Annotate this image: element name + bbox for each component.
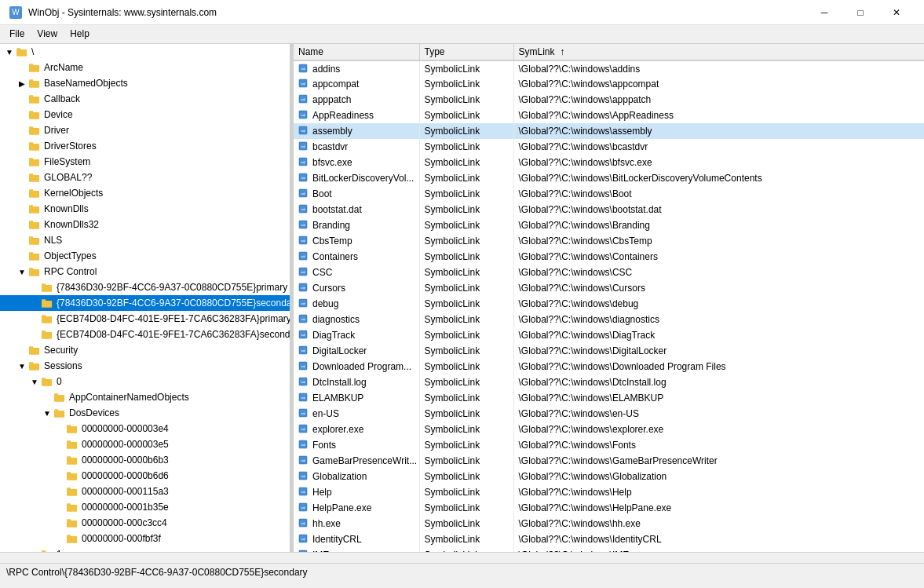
table-row[interactable]: ⇒ CbsTempSymbolicLink\Global??\C:\window…	[294, 233, 924, 249]
tree-node-sessions[interactable]: ▼ Sessions	[0, 358, 290, 374]
title-bar-controls: ─ □ ✕	[806, 0, 915, 25]
table-row[interactable]: ⇒ apppatchSymbolicLink\Global??\C:\windo…	[294, 92, 924, 108]
svg-rect-48	[67, 426, 77, 433]
table-row[interactable]: ⇒ HelpPane.exeSymbolicLink\Global??\C:\w…	[294, 500, 924, 516]
list-panel[interactable]: Name Type SymLink ↑ ⇒ addinsSymbolicLink…	[294, 44, 924, 552]
menu-file[interactable]: File	[3, 27, 31, 42]
table-row[interactable]: ⇒ explorer.exeSymbolicLink\Global??\C:\w…	[294, 422, 924, 437]
table-row[interactable]: ⇒ debugSymbolicLink\Global??\C:\windows\…	[294, 296, 924, 312]
tree-node-arcname[interactable]: ArcName	[0, 60, 290, 75]
cell-name: Branding	[312, 220, 350, 231]
item-icon: ⇒	[298, 377, 309, 388]
svg-rect-18	[29, 191, 39, 198]
table-row[interactable]: ⇒ CursorsSymbolicLink\Global??\C:\window…	[294, 280, 924, 296]
tree-node-appcontainer[interactable]: AppContainerNamedObjects	[0, 389, 290, 405]
maximize-button[interactable]: □	[842, 0, 878, 25]
menu-view[interactable]: View	[31, 27, 64, 42]
tree-node-sess0[interactable]: ▼ 0	[0, 374, 290, 389]
tree-node-dd8[interactable]: 00000000-000fbf3f	[0, 531, 290, 546]
table-row[interactable]: ⇒ DigitalLockerSymbolicLink\Global??\C:\…	[294, 343, 924, 359]
tree-node-driver[interactable]: Driver	[0, 122, 290, 138]
cell-type: SymbolicLink	[419, 516, 513, 531]
col-header-name[interactable]: Name	[294, 44, 419, 60]
table-row[interactable]: ⇒ GlobalizationSymbolicLink\Global??\C:\…	[294, 469, 924, 484]
table-row[interactable]: ⇒ HelpSymbolicLink\Global??\C:\windows\H…	[294, 484, 924, 500]
table-row[interactable]: ⇒ Downloaded Program...SymbolicLink\Glob…	[294, 359, 924, 374]
cell-name: explorer.exe	[312, 424, 363, 435]
tree-node-callback[interactable]: Callback	[0, 91, 290, 107]
tree-node-device[interactable]: Device	[0, 107, 290, 122]
close-button[interactable]: ✕	[878, 0, 915, 25]
svg-text:⇒: ⇒	[301, 332, 305, 338]
cell-symlink: \Global??\C:\windows\Containers	[513, 249, 924, 265]
table-row[interactable]: ⇒ CSCSymbolicLink\Global??\C:\windows\CS…	[294, 265, 924, 280]
table-row[interactable]: ⇒ GameBarPresenceWrit...SymbolicLink\Glo…	[294, 453, 924, 469]
table-row[interactable]: ⇒ IMESymbolicLink\Global??\C:\windows\IM…	[294, 547, 924, 552]
table-row[interactable]: ⇒ bootstat.datSymbolicLink\Global??\C:\w…	[294, 202, 924, 217]
tree-node-dd5[interactable]: 00000000-000115a3	[0, 484, 290, 499]
table-row[interactable]: ⇒ ContainersSymbolicLink\Global??\C:\win…	[294, 249, 924, 265]
tree-node-dd2[interactable]: 00000000-000003e5	[0, 436, 290, 452]
expand-btn-sessions[interactable]: ▼	[16, 360, 28, 372]
cell-name: bfsvc.exe	[312, 157, 352, 168]
tree-node-rpc2[interactable]: {78436D30-92BF-4CC6-9A37-0C0880CD755E}se…	[0, 295, 290, 311]
expand-btn-sess0[interactable]: ▼	[28, 375, 41, 388]
expand-btn-basenamedobj[interactable]: ▶	[16, 77, 28, 89]
tree-node-dd3[interactable]: 00000000-0000b6b3	[0, 452, 290, 468]
expand-btn-root[interactable]: ▼	[3, 46, 16, 58]
expand-btn-sess1[interactable]: ▶	[28, 548, 41, 552]
tree-node-globalqq[interactable]: GLOBAL??	[0, 170, 290, 185]
item-icon: ⇒	[298, 94, 309, 105]
node-label-basenamedobj: BaseNamedObjects	[44, 78, 128, 89]
tree-node-dd4[interactable]: 00000000-0000b6d6	[0, 468, 290, 484]
col-header-type[interactable]: Type	[419, 44, 513, 60]
tree-node-rpc1[interactable]: {78436D30-92BF-4CC6-9A37-0C0880CD755E}pr…	[0, 279, 290, 295]
tree-node-nls[interactable]: NLS	[0, 232, 290, 248]
tree-node-kernelobjects[interactable]: KernelObjects	[0, 185, 290, 201]
tree-node-knowndlls32[interactable]: KnownDlls32	[0, 217, 290, 232]
minimize-button[interactable]: ─	[806, 0, 842, 25]
table-row[interactable]: ⇒ en-USSymbolicLink\Global??\C:\windows\…	[294, 406, 924, 422]
table-row[interactable]: ⇒ BootSymbolicLink\Global??\C:\windows\B…	[294, 186, 924, 202]
node-label-appcontainer: AppContainerNamedObjects	[69, 392, 189, 403]
tree-node-rpccontrol[interactable]: ▼ RPC Control	[0, 264, 290, 279]
tree-node-sess1[interactable]: ▶ 1	[0, 546, 290, 552]
menu-help[interactable]: Help	[64, 27, 96, 42]
tree-node-basenamedobj[interactable]: ▶ BaseNamedObjects	[0, 75, 290, 91]
tree-node-filesystem[interactable]: FileSystem	[0, 154, 290, 170]
table-row[interactable]: ⇒ FontsSymbolicLink\Global??\C:\windows\…	[294, 437, 924, 453]
tree-panel[interactable]: ▼ \ ArcName▶ BaseNamedObjects Callback D…	[0, 44, 290, 552]
table-row[interactable]: ⇒ BrandingSymbolicLink\Global??\C:\windo…	[294, 217, 924, 233]
table-row[interactable]: ⇒ addinsSymbolicLink\Global??\C:\windows…	[294, 60, 924, 76]
table-row[interactable]: ⇒ AppReadinessSymbolicLink\Global??\C:\w…	[294, 108, 924, 123]
tree-node-rpc3[interactable]: {ECB74D08-D4FC-401E-9FE1-7CA6C36283FA}pr…	[0, 311, 290, 327]
tree-node-knowndlls[interactable]: KnownDlls	[0, 201, 290, 217]
tree-node-dd1[interactable]: 00000000-000003e4	[0, 421, 290, 436]
table-row[interactable]: ⇒ assemblySymbolicLink\Global??\C:\windo…	[294, 123, 924, 139]
tree-node-objecttypes[interactable]: ObjectTypes	[0, 248, 290, 264]
tree-node-dd6[interactable]: 00000000-0001b35e	[0, 499, 290, 515]
svg-rect-35	[42, 315, 46, 317]
expand-btn-rpccontrol[interactable]: ▼	[16, 265, 28, 278]
tree-node-dd7[interactable]: 00000000-000c3cc4	[0, 515, 290, 531]
table-row[interactable]: ⇒ appcompatSymbolicLink\Global??\C:\wind…	[294, 76, 924, 92]
table-row[interactable]: ⇒ bfsvc.exeSymbolicLink\Global??\C:\wind…	[294, 155, 924, 170]
table-row[interactable]: ⇒ DiagTrackSymbolicLink\Global??\C:\wind…	[294, 327, 924, 343]
expand-btn-dosdevices[interactable]: ▼	[41, 407, 53, 419]
table-row[interactable]: ⇒ bcastdvrSymbolicLink\Global??\C:\windo…	[294, 139, 924, 155]
tree-node-driverstores[interactable]: DriverStores	[0, 138, 290, 154]
item-icon: ⇒	[298, 126, 309, 137]
table-row[interactable]: ⇒ hh.exeSymbolicLink\Global??\C:\windows…	[294, 516, 924, 531]
col-header-symlink[interactable]: SymLink ↑	[513, 44, 924, 60]
tree-node-root[interactable]: ▼ \	[0, 44, 290, 60]
table-row[interactable]: ⇒ BitLockerDiscoveryVol...SymbolicLink\G…	[294, 170, 924, 186]
table-row[interactable]: ⇒ DtcInstall.logSymbolicLink\Global??\C:…	[294, 374, 924, 390]
table-row[interactable]: ⇒ diagnosticsSymbolicLink\Global??\C:\wi…	[294, 312, 924, 327]
tree-node-security[interactable]: Security	[0, 342, 290, 358]
folder-icon-sess1	[41, 550, 53, 552]
tree-node-dosdevices[interactable]: ▼ DosDevices	[0, 405, 290, 421]
tree-node-rpc4[interactable]: {ECB74D08-D4FC-401E-9FE1-7CA6C36283FA}se…	[0, 327, 290, 342]
scrollbar-horizontal[interactable]	[0, 552, 924, 563]
table-row[interactable]: ⇒ IdentityCRLSymbolicLink\Global??\C:\wi…	[294, 531, 924, 547]
table-row[interactable]: ⇒ ELAMBKUPSymbolicLink\Global??\C:\windo…	[294, 390, 924, 406]
